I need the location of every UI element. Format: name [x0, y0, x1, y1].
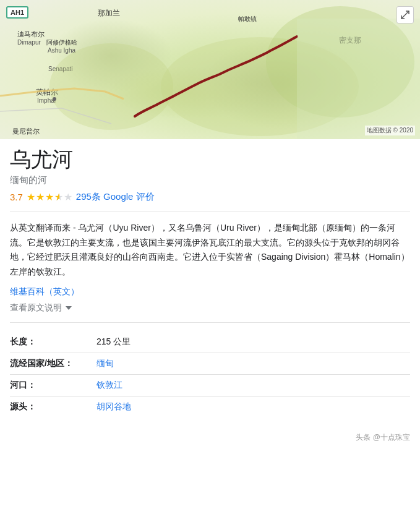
- description-section: 从英文翻译而来 - 乌尤河（Uyu River），又名乌鲁河（Uru River…: [10, 212, 410, 323]
- river-subtitle: 缅甸的河: [10, 174, 410, 186]
- fact-value-1[interactable]: 缅甸: [96, 358, 114, 369]
- expand-map-button[interactable]: [396, 6, 414, 24]
- facts-section: 长度：215 公里流经国家/地区：缅甸河口：钦敦江源头：胡冈谷地: [10, 323, 410, 418]
- svg-point-2: [49, 43, 173, 130]
- ah1-badge: AH1: [6, 6, 28, 19]
- rating-number: 3.7: [10, 192, 23, 202]
- chevron-down-icon: [66, 306, 72, 310]
- fact-label-0: 长度：: [10, 336, 96, 348]
- description-text: 从英文翻译而来 - 乌尤河（Uyu River），又名乌鲁河（Uru River…: [10, 221, 410, 280]
- river-title: 乌尤河: [10, 147, 410, 172]
- watermark: 头条 @十点珠宝: [0, 427, 420, 445]
- star-rating: ★ ★ ★ ★ ★ ★: [27, 191, 72, 203]
- svg-line-8: [401, 15, 405, 19]
- svg-point-5: [53, 97, 56, 101]
- expand-icon: [401, 11, 409, 19]
- rating-row: 3.7 ★ ★ ★ ★ ★ ★ 295条 Google 评价: [10, 191, 410, 212]
- map-copyright: 地图数据 © 2020: [365, 126, 415, 135]
- star-3: ★: [45, 191, 54, 203]
- fact-row: 源头：胡冈谷地: [10, 396, 410, 418]
- fact-value-0: 215 公里: [96, 336, 131, 348]
- content-section: 乌尤河 缅甸的河 3.7 ★ ★ ★ ★ ★ ★ 295条 Google 评价 …: [0, 139, 420, 427]
- fact-value-3[interactable]: 胡冈谷地: [96, 401, 131, 413]
- star-2: ★: [36, 191, 45, 203]
- fact-row: 流经国家/地区：缅甸: [10, 353, 410, 375]
- fact-row: 河口：钦敦江: [10, 375, 410, 396]
- wikipedia-link[interactable]: 维基百科（英文）: [10, 286, 79, 296]
- river-path-svg: [0, 0, 420, 139]
- see-original-label: 查看原文说明: [10, 302, 62, 314]
- star-1: ★: [27, 191, 35, 203]
- review-count-link[interactable]: 295条 Google 评价: [76, 191, 155, 203]
- fact-label-3: 源头：: [10, 401, 96, 413]
- svg-rect-6: [297, 19, 420, 139]
- star-5: ★: [64, 191, 72, 203]
- fact-value-2[interactable]: 钦敦江: [96, 380, 122, 391]
- svg-line-7: [405, 11, 409, 15]
- star-4: ★ ★: [54, 191, 63, 203]
- fact-label-1: 流经国家/地区：: [10, 358, 96, 369]
- map-section: 迪马布尔 Dimapur 阿修伊格哈 Ashu Igha 那加兰 Senapat…: [0, 0, 420, 139]
- fact-row: 长度：215 公里: [10, 332, 410, 353]
- svg-line-3: [0, 108, 62, 111]
- fact-label-2: 河口：: [10, 380, 96, 391]
- see-original-button[interactable]: 查看原文说明: [10, 302, 410, 314]
